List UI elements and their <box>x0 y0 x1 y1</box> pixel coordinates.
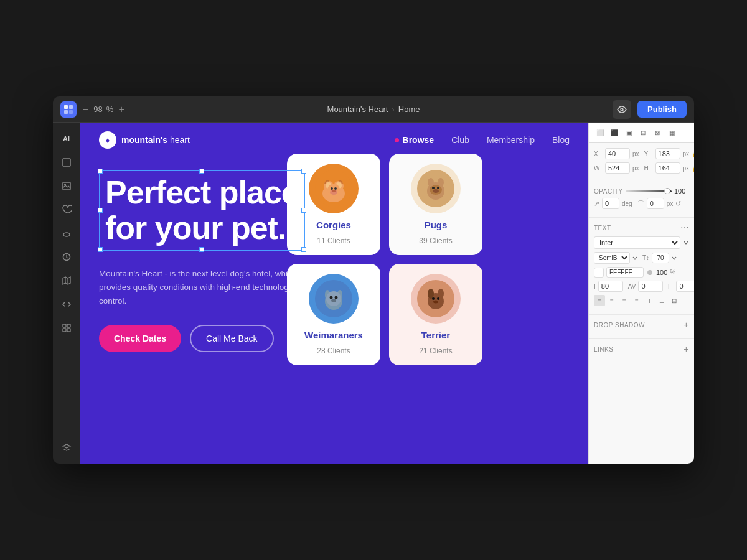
valign-center-btn[interactable]: ⊥ <box>656 295 667 306</box>
letter-spacing-input[interactable] <box>638 281 663 292</box>
top-bar-left: − 98 % + <box>60 101 126 118</box>
nav-link-browse[interactable]: Browse <box>395 135 435 145</box>
zoom-minus-button[interactable]: − <box>82 104 90 115</box>
breadcrumb: Mountain's Heart › Home <box>327 105 420 114</box>
opacity-row: OPACITY 100 <box>594 187 689 195</box>
app-logo[interactable] <box>60 101 77 118</box>
text-align-row: ≡ ≡ ≡ ≡ ⊤ ⊥ ⊟ <box>594 295 689 306</box>
valign-bottom-btn[interactable]: ⊟ <box>669 295 680 306</box>
sidebar-item-clock[interactable] <box>57 247 77 267</box>
svg-rect-3 <box>69 110 73 114</box>
distribute-v-icon[interactable]: ⊠ <box>651 126 664 139</box>
sidebar-item-shape[interactable] <box>57 223 77 243</box>
sidebar-item-map[interactable] <box>57 271 77 291</box>
font-family-row: Inter <box>594 236 689 249</box>
sidebar-item-frame[interactable] <box>57 152 77 172</box>
align-right-icon[interactable]: ▣ <box>622 126 635 139</box>
dropper-icon[interactable] <box>646 269 654 276</box>
lock-icon[interactable]: 🔒 <box>692 150 694 158</box>
x-label: X <box>594 151 603 157</box>
weight-chevron-icon <box>632 256 637 261</box>
handle-bottom-left[interactable] <box>98 247 103 252</box>
corner-input[interactable] <box>647 198 664 209</box>
sidebar-item-heart[interactable] <box>57 200 77 220</box>
svg-point-4 <box>621 108 623 111</box>
site-nav-links: Browse Club Membership Blog <box>395 135 570 145</box>
align-left-icon[interactable]: ⬜ <box>594 126 606 139</box>
nav-active-dot <box>395 138 399 142</box>
text-more-icon[interactable]: ⋯ <box>680 223 690 233</box>
color-hex-input[interactable] <box>606 267 644 278</box>
publish-button[interactable]: Publish <box>637 101 687 118</box>
left-sidebar: AI <box>53 123 80 464</box>
opacity-slider[interactable] <box>626 190 672 192</box>
handle-mid-right[interactable] <box>301 208 306 213</box>
font-size-input[interactable] <box>652 253 669 263</box>
nav-link-club[interactable]: Club <box>451 135 469 145</box>
sidebar-item-gallery[interactable] <box>57 318 77 338</box>
valign-top-btn[interactable]: ⊤ <box>644 295 655 306</box>
add-shadow-button[interactable]: + <box>684 320 689 330</box>
right-panel: ⬜ ⬛ ▣ ⊟ ⊠ ▦ X px Y px 🔒 W <box>588 123 694 464</box>
font-weight-select[interactable]: SemiBold <box>594 252 630 264</box>
site-logo-icon: ♦ <box>99 131 116 149</box>
rotate-corner-row: ↗ deg ⌒ px ↺ <box>594 198 689 209</box>
line-height-input[interactable] <box>598 281 623 292</box>
font-weight-size-row: SemiBold T↕ <box>594 252 689 264</box>
hero-title: Perfect place for your pet. <box>105 175 299 246</box>
line-height-row: I AV ⊨ <box>594 281 689 292</box>
reset-icon[interactable]: ↺ <box>675 200 681 208</box>
nav-link-membership[interactable]: Membership <box>487 135 535 145</box>
handle-top-right[interactable] <box>301 169 306 174</box>
handle-bottom-right[interactable] <box>301 247 306 252</box>
color-opacity-unit: % <box>670 269 675 276</box>
panel-toolbar: ⬜ ⬛ ▣ ⊟ ⊠ ▦ <box>589 123 694 143</box>
top-bar: − 98 % + Mountain's Heart › Home Publish <box>53 96 694 123</box>
position-section: X px Y px 🔒 W px H px 🔒 <box>589 143 694 182</box>
hero-content: Perfect place for your pet. Mountain's H… <box>80 157 588 365</box>
w-unit: px <box>632 165 639 172</box>
handle-top-mid[interactable] <box>199 169 204 174</box>
x-unit: px <box>632 151 639 157</box>
align-left-text-btn[interactable]: ≡ <box>594 295 605 306</box>
aspect-lock-icon[interactable]: 🔒 <box>692 164 694 172</box>
rotate-input[interactable] <box>602 198 619 209</box>
zoom-plus-button[interactable]: + <box>117 104 125 115</box>
align-center-text-btn[interactable]: ≡ <box>606 295 618 306</box>
x-input[interactable] <box>605 148 630 159</box>
add-link-button[interactable]: + <box>684 344 689 354</box>
h-input[interactable] <box>655 162 680 174</box>
sidebar-item-image[interactable] <box>57 176 77 196</box>
indent-input[interactable] <box>676 281 694 292</box>
handle-mid-left[interactable] <box>98 208 103 213</box>
letter-spacing-icon: AV <box>628 283 636 290</box>
breadcrumb-site: Mountain's Heart <box>327 105 388 114</box>
text-selection-box[interactable]: Perfect place for your pet. <box>99 170 305 251</box>
h-label: H <box>644 165 653 172</box>
call-me-back-button[interactable]: Call Me Back <box>190 325 273 352</box>
svg-rect-2 <box>64 110 68 114</box>
sidebar-item-code[interactable] <box>57 294 77 314</box>
nav-link-blog[interactable]: Blog <box>552 135 570 145</box>
main-area: AI <box>53 123 694 464</box>
w-label: W <box>594 165 603 172</box>
distribute-h-icon[interactable]: ⊟ <box>637 126 649 139</box>
align-justify-text-btn[interactable]: ≡ <box>631 295 642 306</box>
canvas-area[interactable]: ♦ mountain's heart Browse Club Membershi… <box>80 123 588 464</box>
handle-bottom-mid[interactable] <box>199 247 204 252</box>
handle-top-left[interactable] <box>98 169 103 174</box>
sidebar-item-layers[interactable] <box>57 437 77 457</box>
more-icon[interactable]: ▦ <box>665 126 678 139</box>
sidebar-item-ai[interactable]: AI <box>57 129 77 149</box>
font-family-select[interactable]: Inter <box>594 236 680 249</box>
rotate-icon: ↗ <box>594 200 599 208</box>
preview-button[interactable] <box>613 100 631 119</box>
check-dates-button[interactable]: Check Dates <box>99 325 181 352</box>
w-input[interactable] <box>605 162 630 174</box>
opacity-value: 100 <box>674 187 689 195</box>
align-center-icon[interactable]: ⬛ <box>608 126 621 139</box>
y-input[interactable] <box>655 148 680 159</box>
align-right-text-btn[interactable]: ≡ <box>619 295 630 306</box>
links-section: LINKS + <box>589 339 694 363</box>
color-swatch[interactable] <box>594 268 604 278</box>
